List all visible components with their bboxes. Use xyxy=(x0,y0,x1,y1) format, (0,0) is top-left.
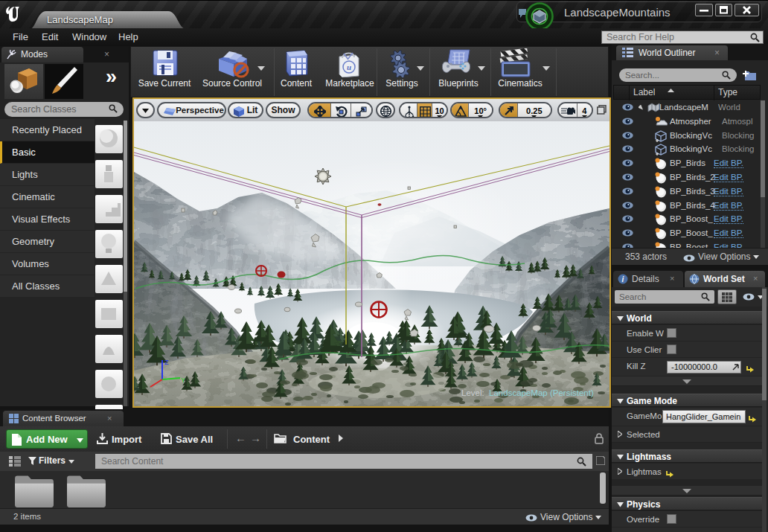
svg-text:i: i xyxy=(622,275,624,283)
svg-text:Z: Z xyxy=(164,359,169,366)
svg-text:Y: Y xyxy=(181,376,185,384)
svg-text:u: u xyxy=(347,63,351,71)
